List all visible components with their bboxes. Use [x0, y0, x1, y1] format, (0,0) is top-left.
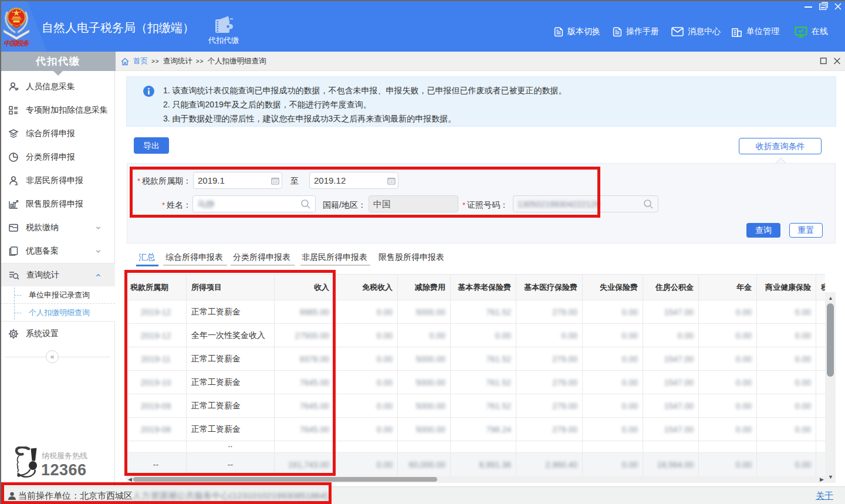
- svg-text:中国税务: 中国税务: [4, 39, 31, 47]
